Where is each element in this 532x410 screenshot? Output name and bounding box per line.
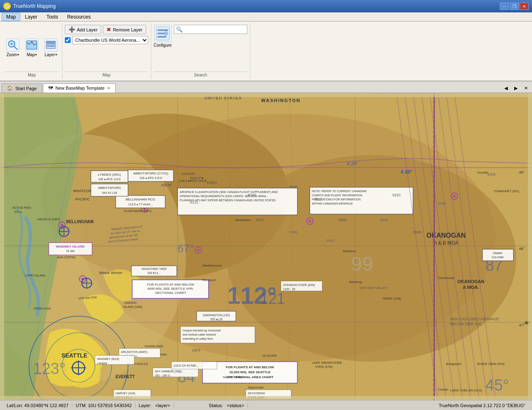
start-page-icon: 🏠 [7, 86, 13, 91]
search-input[interactable] [184, 26, 247, 33]
svg-text:STEHEKIN STATE (6S9): STEHEKIN STATE (6S9) [283, 284, 315, 287]
search-right: 🔍 [174, 25, 247, 71]
tab-start-page[interactable]: 🏠 Start Page [2, 83, 42, 93]
svg-text:SKAGIT/BAY VIEW: SKAGIT/BAY VIEW [142, 267, 167, 270]
svg-text:Mount Vernon: Mount Vernon [99, 271, 122, 275]
svg-text:RIVER VIEW (Pvt): RIVER VIEW (Pvt) [477, 362, 505, 366]
svg-point-35 [197, 249, 200, 251]
tab-close-button[interactable]: ✕ [107, 86, 110, 91]
svg-text:122.5: 122.5 [192, 348, 201, 352]
svg-text:Bridgeport: Bridgeport [446, 362, 462, 366]
remove-layer-button[interactable]: ✖ Remove Layer [103, 25, 146, 34]
zoom-dropdown-arrow: ▾ [17, 53, 19, 57]
svg-text:Chelan: Chelan [438, 388, 448, 391]
svg-text:8896: 8896 [339, 218, 347, 222]
svg-line-1 [14, 46, 17, 50]
zoom-icon [6, 38, 19, 52]
search-top: Configure 🔍 [154, 25, 247, 71]
svg-text:and vertical cable network: and vertical cable network [183, 333, 216, 336]
svg-point-39 [453, 195, 456, 198]
menu-item-tools[interactable]: Tools [42, 13, 62, 21]
svg-text:PENN COVE: PENN COVE [34, 307, 51, 310]
map-container[interactable]: WASHINGTON UNITED STATES WHATCOM PACIFIC… [0, 93, 532, 400]
map-group-top: ➕ Add Layer ✖ Remove Layer [65, 25, 148, 34]
version-display: TrueNorth Geospatial 2.12.722.0 "DEBUG" [435, 403, 529, 408]
zoom-button[interactable]: Zoom ▾ [4, 36, 21, 59]
svg-text:A & B MOA: A & B MOA [434, 240, 459, 246]
menu-item-map[interactable]: Map [2, 13, 20, 21]
layer-button[interactable]: Layer ▾ [42, 36, 59, 59]
svg-text:ISLAND (1W0): ISLAND (1W0) [123, 305, 142, 309]
svg-text:ARLINGTON (AWO): ARLINGTON (AWO) [121, 350, 147, 354]
tab-scroll-right[interactable]: ▶ [512, 85, 520, 92]
start-page-label: Start Page [15, 86, 37, 91]
svg-text:378 ●: 378 ● [14, 210, 22, 213]
map-dropdown-arrow: ▾ [35, 53, 37, 57]
svg-text:BELLINGHAM: BELLINGHAM [66, 219, 94, 224]
svg-text:47°: 47° [519, 323, 525, 327]
svg-text:Skykomish: Skykomish [248, 386, 264, 389]
layer-value: <layer> [155, 403, 171, 408]
minimize-button[interactable]: − [500, 2, 509, 10]
status-bar: Lat/Lon: 49.02480°N 122.4827 UTM: 10U 53… [0, 400, 532, 410]
svg-rect-6 [46, 41, 56, 43]
svg-text:240 EV1...: 240 EV1... [147, 272, 161, 274]
svg-text:LYNDEN (3W1): LYNDEN (3W1) [98, 173, 121, 176]
close-button[interactable]: ✕ [520, 2, 529, 10]
svg-text:45°: 45° [485, 377, 509, 394]
svg-text:99: 99 [351, 253, 373, 275]
svg-text:WITHIN CANADIAN AIRSPACE: WITHIN CANADIAN AIRSPACE [312, 202, 353, 205]
svg-text:113.0 ● 77 HUHI...: 113.0 ● 77 HUHI... [128, 203, 152, 206]
configure-button[interactable]: Configure [154, 25, 171, 71]
coordinates-display: Lat/Lon: 49.02480°N 122.4827 [3, 403, 72, 408]
map-label: Map [27, 52, 35, 57]
svg-text:4 20°: 4 20° [401, 169, 412, 175]
svg-text:CULTUS: CULTUS [182, 172, 195, 176]
svg-text:STATE (37W): STATE (37W) [315, 365, 333, 369]
svg-text:8320: 8320 [248, 193, 256, 197]
svg-text:10,000 MSL SEE SEATTLE: 10,000 MSL SEE SEATTLE [229, 370, 271, 374]
svg-text:LAKE CHELAN (S18): LAKE CHELAN (S18) [450, 389, 482, 392]
svg-text:FOR FLIGHTS AT AND BELOW: FOR FLIGHTS AT AND BELOW [147, 283, 194, 286]
layer-checkbox[interactable] [65, 37, 71, 43]
svg-text:282 - 190 U: 282 - 190 U [155, 374, 170, 377]
svg-text:4000 MSL SEE SEATTLE VFR-: 4000 MSL SEE SEATTLE VFR- [147, 287, 194, 291]
svg-text:1230 - 26: 1230 - 26 [283, 288, 295, 291]
svg-text:TWISP (238): TWISP (238) [382, 297, 401, 300]
svg-text:106 ● ATIS 115.8: 106 ● ATIS 115.8 [98, 178, 121, 181]
svg-text:7430: 7430 [289, 230, 297, 234]
svg-text:SKY HARBOR (S86): SKY HARBOR (S86) [155, 370, 182, 373]
tab-basemap[interactable]: 🗺 New BaseMap Template ✕ [43, 83, 116, 93]
svg-text:344 XX L30: 344 XX L30 [102, 191, 117, 194]
map-view[interactable]: WASHINGTON UNITED STATES WHATCOM PACIFIC… [0, 93, 532, 400]
tab-scroll-left[interactable]: ◀ [502, 85, 510, 92]
layer-dropdown[interactable]: Chartbundle US World Aerona... [72, 36, 148, 44]
svg-rect-115 [434, 93, 435, 400]
basemap-label: New BaseMap Template [55, 86, 104, 91]
svg-rect-263 [0, 396, 532, 400]
search-group: Configure 🔍 Search [151, 23, 250, 79]
menu-item-layer[interactable]: Layer [20, 13, 42, 21]
svg-point-29 [61, 224, 63, 226]
svg-text:ACTIVE PASS: ACTIVE PASS [12, 206, 31, 209]
svg-text:8512: 8512 [314, 197, 322, 201]
svg-text:OKANOGAN: OKANOGAN [457, 279, 484, 284]
add-layer-button[interactable]: ➕ Add Layer [65, 25, 101, 34]
search-icon[interactable]: 🔍 [174, 26, 184, 33]
svg-text:EVERETT: EVERETT [116, 374, 135, 379]
menu-item-resources[interactable]: Resources [62, 13, 95, 21]
toolbar-tools-group: Zoom ▾ Map ▾ [2, 23, 62, 79]
svg-text:PACIFIC: PACIFIC [76, 197, 90, 201]
tab-close-all[interactable]: ✕ [522, 85, 530, 92]
svg-text:OMAK: OMAK [493, 251, 503, 255]
configure-icon [154, 25, 171, 42]
tab-bar: 🏠 Start Page 🗺 New BaseMap Template ✕ ◀ … [0, 81, 532, 93]
svg-rect-264 [0, 93, 4, 400]
svg-text:9090: 9090 [289, 185, 297, 189]
svg-text:49°: 49° [519, 170, 525, 174]
map-button[interactable]: Map ▾ [23, 36, 40, 59]
svg-text:122.15: 122.15 [161, 183, 171, 187]
svg-text:8347: 8347 [256, 218, 264, 222]
svg-text:WASHINGTON: WASHINGTON [261, 98, 301, 103]
restore-button[interactable]: ❐ [510, 2, 519, 10]
